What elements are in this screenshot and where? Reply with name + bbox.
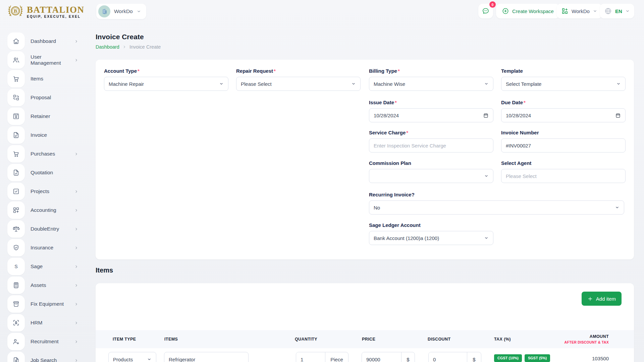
chevron-right-icon [74,340,78,344]
commission-plan-select[interactable] [369,169,493,183]
field-label: Commission Plan [369,160,411,166]
language-selector[interactable]: EN [600,4,634,18]
language-label: EN [615,8,622,14]
row-amount-value: 103500 [592,356,609,361]
item-name-input[interactable] [164,352,249,362]
account-type-select[interactable]: Machine Repair [104,77,228,91]
discount-input[interactable] [429,352,467,362]
invoice-number-input[interactable] [501,138,626,153]
field-due-date: Due Date* 10/28/2024 [501,100,626,122]
sidebar-item-label: HRM [31,320,68,326]
workspace-avatar [98,5,110,17]
field-repair-request: Repair Request* Please Select [236,68,361,91]
chevron-down-icon [137,9,141,14]
chevron-right-icon [74,189,78,194]
required-asterisk: * [524,100,526,105]
breadcrumb-dashboard-link[interactable]: Dashboard [96,44,119,50]
workspace-name: WorkDo [114,8,133,14]
cart-icon [12,75,20,82]
price-input[interactable] [362,352,401,362]
sidebar-item-projects[interactable]: Projects [7,183,78,200]
sidebar-item-proposal[interactable]: Proposal [7,89,78,106]
field-label: Recurring Invoice? [369,192,415,197]
sidebar-item-label: Recruitment [31,339,68,345]
chevron-down-icon [351,81,356,86]
sidebar-item-job-search[interactable]: Job Search [7,352,78,362]
price-group: $ [362,352,415,362]
workdo-menu-button[interactable]: WorkDo [556,4,602,18]
col-header-items: ITEMS [164,330,178,348]
col-header-quantity: QUANTITY [295,330,317,348]
field-label: Billing Type [369,68,397,74]
workspace-selector[interactable]: WorkDo [96,4,146,19]
issue-date-input[interactable]: 10/28/2024 [369,108,493,122]
chevron-right-icon [74,39,78,44]
sidebar-item-fix-equipment[interactable]: Fix Equipment [7,295,78,313]
sidebar-item-label: Fix Equipment [31,301,68,307]
invoice-create-screen: B BATTALION EQUIP, EXECUTE, EXEL WorkDo [0,0,644,362]
add-item-button[interactable]: Add item [582,292,622,306]
sidebar-item-hrm[interactable]: HRM [7,314,78,331]
quantity-input[interactable] [296,352,325,362]
calculator-icon [12,282,20,289]
required-asterisk: * [138,68,140,74]
tax-badge-sgst: SGST (5%) [525,354,550,362]
billing-type-select[interactable]: Machine Wise [369,77,493,91]
service-charge-input[interactable] [369,138,493,153]
building-icon [101,8,108,15]
sage-ledger-account-select[interactable]: Bank Account (1200)a (1200) [369,231,493,245]
archive-icon [12,300,20,308]
field-label: Service Charge [369,130,406,135]
item-type-select[interactable]: Products [108,352,156,362]
sidebar-item-recruitment[interactable]: Recruitment [7,333,78,350]
svg-text:S: S [14,264,17,269]
due-date-input[interactable]: 10/28/2024 [501,108,626,122]
required-asterisk: * [398,68,400,74]
quantity-unit: Piece [325,352,348,362]
brand-emblem-icon: B [6,2,25,21]
users-icon [12,56,20,64]
sidebar-item-user-management[interactable]: User Management [7,51,78,69]
notifications-button[interactable]: 0 [478,4,493,18]
chevron-right-icon [74,152,78,156]
sidebar-item-dashboard[interactable]: Dashboard [7,33,78,50]
calendar-icon [483,113,489,118]
quantity-group: Piece [296,352,348,362]
brand-logo: B BATTALION EQUIP, EXECUTE, EXEL [6,2,85,21]
field-select-agent: Select Agent [501,161,626,183]
letter-s-icon: S [12,263,20,270]
floppy-icon [12,113,20,120]
select-value: Machine Wise [374,81,405,87]
field-sage-ledger-account: Sage Ledger Account Bank Account (1200)a… [369,223,493,245]
discount-currency: $ [467,352,481,362]
template-select[interactable]: Select Template [501,77,626,91]
col-header-item-type: ITEM TYPE [113,330,136,348]
sidebar-item-quotation[interactable]: Quotation [7,164,78,181]
sidebar-item-insurance[interactable]: Insurance [7,239,78,256]
sidebar-item-retainer[interactable]: Retainer [7,108,78,125]
sidebar-item-sage[interactable]: S Sage [7,258,78,275]
sidebar-item-doubleentry[interactable]: DoubleEntry [7,220,78,238]
select-agent-input[interactable] [501,169,626,183]
field-label: Sage Ledger Account [369,222,421,228]
invoice-form-card: Account Type* Machine Repair Repair Requ… [96,60,634,259]
field-account-type: Account Type* Machine Repair [104,68,228,91]
tax-badges: CGST (10%) SGST (5%) [494,354,550,362]
chevron-down-icon [147,357,152,362]
field-label: Issue Date [369,100,394,105]
sidebar-item-label: Accounting [31,207,68,213]
sidebar-item-items[interactable]: Items [7,70,78,87]
repair-request-select[interactable]: Please Select [236,77,361,91]
create-workspace-button[interactable]: Create Workspace [496,4,559,18]
chevron-right-icon [74,227,78,231]
sidebar-item-label: Insurance [31,245,68,251]
select-value: Products [113,357,133,362]
sidebar-item-accounting[interactable]: Accounting [7,201,78,219]
items-card: Add item ITEM TYPE ITEMS QUANTITY PRICE … [96,283,634,362]
sidebar-item-assets[interactable]: Assets [7,277,78,294]
sidebar-item-invoice[interactable]: Invoice [7,126,78,144]
sidebar-item-label: DoubleEntry [31,226,68,232]
sidebar-item-purchases[interactable]: Purchases [7,145,78,163]
recurring-invoice-select[interactable]: No [369,200,624,215]
discount-group: $ [428,352,481,362]
